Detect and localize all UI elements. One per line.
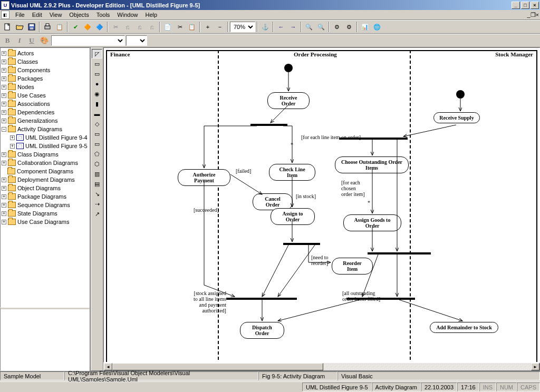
tree-item[interactable]: +Collaboration Diagrams	[2, 159, 88, 167]
find2-button[interactable]: 🔍	[315, 21, 327, 33]
nav-fwd-button[interactable]: →	[287, 21, 299, 33]
vbar-tool[interactable]: ▮	[92, 99, 102, 109]
tool-b[interactable]: ⎌	[122, 21, 133, 33]
reverse-button[interactable]: 🔷	[94, 21, 105, 33]
tree-item[interactable]: +Actors	[2, 49, 88, 57]
fork-1[interactable]	[250, 124, 287, 126]
tree-item[interactable]: +Object Diagrams	[2, 184, 88, 192]
tree-item[interactable]: +Sequence Diagrams	[2, 201, 88, 209]
print-button[interactable]	[42, 21, 53, 33]
activity-choose-outstanding[interactable]: Choose Outstanding Order Items	[335, 156, 409, 173]
anchor-button[interactable]: ⚓	[259, 21, 271, 33]
tool-d[interactable]: ⎌	[146, 21, 158, 33]
tree-item[interactable]: +⬚UML Distilled Figure 9-4	[2, 133, 88, 142]
activity-receive-supply[interactable]: Receive Supply	[433, 112, 480, 123]
partition-tool[interactable]: ▤	[92, 179, 102, 189]
bold-button[interactable]: B	[2, 35, 13, 46]
menu-view[interactable]: View	[46, 11, 66, 19]
object-tool[interactable]: ▭	[92, 139, 102, 149]
paste-button[interactable]: 📋	[186, 21, 198, 33]
chart-button[interactable]: 📊	[359, 21, 371, 33]
activity-assign-goods[interactable]: Assign Goods to Order	[343, 214, 401, 231]
new-button[interactable]	[2, 21, 13, 33]
initial-tool[interactable]: ●	[92, 79, 102, 89]
activity-authorize[interactable]: Authorize Payment	[178, 169, 230, 186]
diagram-canvas[interactable]: Finance Order Processing Stock Manager R…	[103, 47, 540, 362]
pointer-tool[interactable]: ◸	[92, 49, 102, 58]
tool-c[interactable]: ⎌	[134, 21, 146, 33]
tree-expander[interactable]: +	[2, 119, 6, 123]
close-button[interactable]: ×	[531, 2, 539, 9]
options-button[interactable]: ⚙	[331, 21, 343, 33]
initial-node-2[interactable]	[456, 90, 465, 99]
export-button[interactable]: 📋	[54, 21, 65, 33]
model-tree[interactable]: +Actors+Classes+Components+Packages+Node…	[0, 47, 90, 308]
tree-expander[interactable]: +	[2, 60, 6, 64]
tree-expander[interactable]: +	[2, 211, 6, 216]
tree-expander[interactable]: +	[10, 144, 15, 149]
activity-reorder[interactable]: Reorder Item	[332, 258, 373, 275]
tree-item[interactable]: +Class Diagrams	[2, 150, 88, 159]
tree-expander[interactable]: +	[2, 102, 6, 106]
find-button[interactable]: 🔍	[303, 21, 315, 33]
mdi-restore-button[interactable]: ❐	[531, 12, 536, 18]
tree-item[interactable]: Component Diagrams	[2, 167, 88, 175]
menu-file[interactable]: File	[12, 11, 28, 19]
flow-tool[interactable]: ↗	[92, 209, 102, 219]
minus-button[interactable]: −	[214, 21, 226, 33]
activity-add-remainder[interactable]: Add Remainder to Stock	[430, 322, 498, 333]
tree-item[interactable]: +Use Case Diagrams	[2, 218, 88, 226]
tree-expander[interactable]: +	[2, 68, 6, 73]
zoom-combo[interactable]: 70%	[230, 22, 255, 32]
tree-item[interactable]: +⬚UML Distilled Figure 9-5	[2, 142, 88, 150]
tree-expander[interactable]: +	[2, 110, 6, 115]
transition-tool[interactable]: ↘	[92, 189, 102, 199]
validate-button[interactable]: ✔	[70, 21, 81, 33]
join-2[interactable]	[368, 252, 431, 254]
decision-tool[interactable]: ◇	[92, 119, 102, 129]
activity-receive-order[interactable]: Receive Order	[267, 92, 310, 109]
tree-item[interactable]: +Package Diagrams	[2, 192, 88, 201]
web-button[interactable]: 🌐	[371, 21, 383, 33]
final-tool[interactable]: ◉	[92, 89, 102, 99]
scroll-right-button[interactable]: ►	[531, 363, 539, 370]
tree-item[interactable]: +Deployment Diagrams	[2, 175, 88, 184]
menu-objects[interactable]: Objects	[65, 11, 92, 19]
activity-tool[interactable]: ▭	[92, 129, 102, 139]
tree-item[interactable]: +State Diagrams	[2, 209, 88, 218]
swimlane-tool[interactable]: ▥	[92, 169, 102, 179]
font-combo[interactable]	[51, 35, 125, 46]
italic-button[interactable]: I	[14, 35, 25, 46]
nav-back-button[interactable]: ←	[275, 21, 287, 33]
tree-expander[interactable]: +	[2, 152, 6, 157]
tree-expander[interactable]: +	[2, 76, 6, 81]
tree-item[interactable]: −Activity Diagrams	[2, 125, 88, 133]
join-3[interactable]	[226, 298, 297, 300]
tree-item[interactable]: +Packages	[2, 74, 88, 83]
tree-item[interactable]: +Nodes	[2, 83, 88, 91]
tree-item[interactable]: +Components	[2, 66, 88, 74]
tree-expander[interactable]: +	[2, 93, 6, 98]
copy-button[interactable]: 📄	[162, 21, 173, 33]
tree-item[interactable]: +Associations	[2, 100, 88, 108]
tree-expander[interactable]: +	[2, 203, 6, 208]
tree-expander[interactable]: +	[2, 178, 6, 182]
crosshair-button[interactable]: +	[202, 21, 214, 33]
text-tool[interactable]: ▭	[92, 69, 102, 79]
color-button[interactable]: 🎨	[38, 35, 50, 46]
underline-button[interactable]: U	[26, 35, 37, 46]
join-1[interactable]	[283, 243, 320, 245]
dependency-tool[interactable]: ⇢	[92, 199, 102, 209]
tree-item[interactable]: +Dependencies	[2, 108, 88, 116]
tree-item[interactable]: +Use Cases	[2, 91, 88, 100]
note-tool[interactable]: ▭	[92, 59, 102, 68]
tree-expander[interactable]: +	[2, 85, 6, 90]
tree-expander[interactable]: +	[2, 51, 6, 56]
hbar-tool[interactable]: ▬	[92, 109, 102, 119]
fontsize-combo[interactable]	[126, 35, 147, 46]
open-button[interactable]	[14, 21, 25, 33]
generate-button[interactable]: 🔶	[82, 21, 93, 33]
menu-help[interactable]: Help	[141, 11, 161, 19]
maximize-button[interactable]: □	[521, 2, 529, 9]
tool-a[interactable]: ✂	[110, 21, 121, 33]
